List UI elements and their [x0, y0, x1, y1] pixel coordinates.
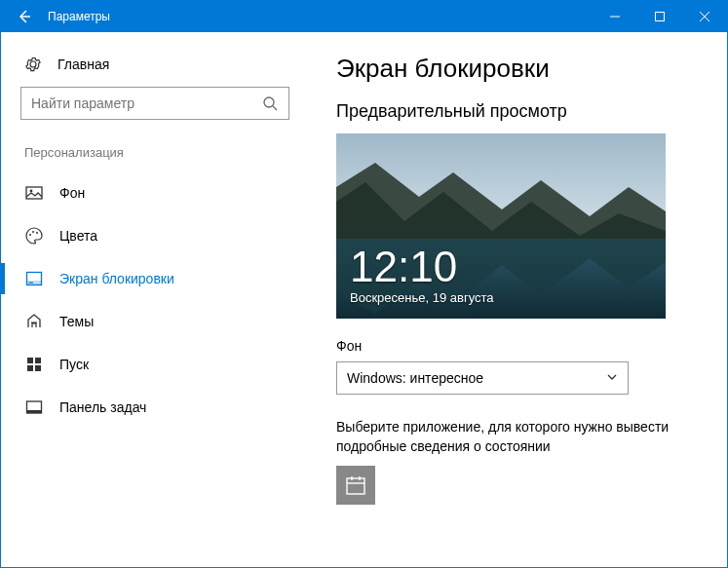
home-nav[interactable]: Главная: [20, 50, 289, 87]
calendar-icon: [345, 474, 366, 496]
minimize-button[interactable]: [593, 1, 637, 32]
gear-icon: [24, 56, 42, 73]
nav-list: Фон Цвета Экран блокировки: [20, 171, 289, 429]
nav-label: Экран блокировки: [59, 271, 174, 286]
nav-item-start[interactable]: Пуск: [20, 343, 289, 386]
settings-window: Параметры Главная Пе: [0, 0, 728, 568]
svg-rect-23: [347, 478, 364, 494]
search-icon: [261, 95, 279, 112]
nav-item-background[interactable]: Фон: [20, 171, 289, 214]
lockscreen-preview: 12:10 Воскресенье, 19 августа: [336, 133, 666, 319]
svg-rect-2: [656, 13, 665, 21]
back-button[interactable]: [1, 1, 48, 32]
titlebar: Параметры: [1, 1, 727, 32]
app-status-tile[interactable]: [336, 466, 375, 505]
svg-rect-20: [27, 410, 42, 413]
nav-label: Фон: [59, 185, 85, 201]
svg-point-9: [29, 234, 31, 236]
main-panel: Экран блокировки Предварительный просмот…: [309, 32, 727, 567]
lockscreen-icon: [24, 269, 44, 288]
svg-rect-18: [35, 365, 41, 371]
nav-item-taskbar[interactable]: Панель задач: [20, 386, 289, 429]
background-label: Фон: [336, 338, 700, 354]
preview-date: Воскресенье, 19 августа: [350, 290, 494, 305]
minimize-icon: [609, 11, 621, 22]
dropdown-value: Windows: интересное: [347, 370, 483, 386]
svg-point-11: [36, 232, 38, 234]
preview-overlay: 12:10 Воскресенье, 19 августа: [350, 246, 494, 305]
nav-item-themes[interactable]: Темы: [20, 300, 289, 343]
themes-icon: [24, 312, 44, 331]
arrow-left-icon: [17, 9, 32, 24]
search-input[interactable]: [31, 95, 261, 111]
close-icon: [699, 11, 710, 22]
nav-item-colors[interactable]: Цвета: [20, 214, 289, 257]
chevron-down-icon: [606, 370, 618, 386]
svg-line-6: [273, 106, 277, 110]
category-header: Персонализация: [20, 145, 289, 171]
home-label: Главная: [57, 57, 109, 72]
nav-label: Пуск: [59, 357, 89, 372]
svg-rect-7: [26, 187, 42, 199]
close-button[interactable]: [682, 1, 727, 32]
svg-point-8: [30, 190, 33, 193]
nav-item-lockscreen[interactable]: Экран блокировки: [20, 257, 289, 300]
page-heading: Экран блокировки: [336, 54, 700, 84]
sidebar: Главная Персонализация Фон: [1, 32, 309, 567]
content: Главная Персонализация Фон: [1, 32, 727, 567]
picture-icon: [24, 183, 44, 203]
svg-rect-15: [27, 358, 33, 363]
search-box[interactable]: [20, 87, 289, 120]
start-icon: [24, 355, 44, 374]
background-dropdown[interactable]: Windows: интересное: [336, 361, 629, 395]
nav-label: Панель задач: [59, 399, 146, 415]
svg-point-10: [32, 231, 34, 233]
palette-icon: [24, 226, 44, 246]
maximize-button[interactable]: [637, 1, 682, 32]
svg-rect-16: [35, 358, 41, 363]
preview-label: Предварительный просмотр: [336, 101, 700, 122]
svg-point-5: [264, 97, 274, 107]
app-status-hint: Выберите приложение, для которого нужно …: [336, 418, 687, 456]
window-title: Параметры: [48, 10, 110, 23]
taskbar-icon: [24, 398, 44, 417]
svg-rect-17: [27, 365, 33, 371]
maximize-icon: [654, 11, 666, 22]
nav-label: Темы: [59, 314, 94, 329]
preview-time: 12:10: [350, 246, 494, 288]
nav-label: Цвета: [59, 228, 97, 244]
